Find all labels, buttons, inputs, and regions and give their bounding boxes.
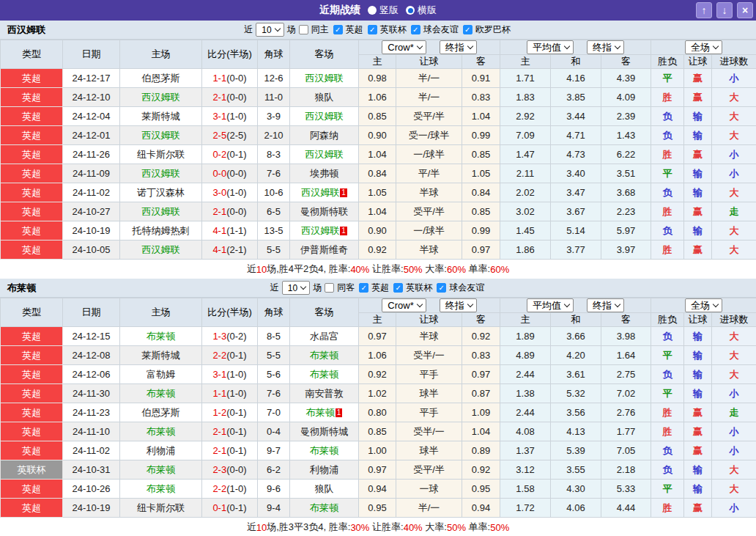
- bookmaker-select[interactable]: Crow*: [382, 298, 426, 312]
- home-cell: 西汉姆联: [120, 164, 202, 183]
- away-team-name[interactable]: 西汉姆联: [305, 149, 344, 160]
- asia-home-odds-cell: 0.97: [359, 327, 396, 346]
- score-cell: 1-1(0-0): [202, 69, 258, 88]
- home-team-name[interactable]: 诺丁汉森林: [137, 187, 185, 198]
- league-checkbox-2[interactable]: ✓: [411, 25, 420, 34]
- away-team-name[interactable]: 南安普敦: [305, 388, 344, 399]
- away-cell: 西汉姆联: [290, 69, 359, 88]
- move-down-button[interactable]: ↓: [716, 2, 733, 18]
- home-team-name[interactable]: 莱斯特城: [142, 350, 180, 361]
- asia-home-odds-cell: 0.85: [359, 422, 396, 441]
- asia-home-odds-cell: 1.00: [359, 441, 396, 460]
- away-team-name[interactable]: 曼彻斯特联: [300, 206, 348, 217]
- league-checkbox-2[interactable]: ✓: [437, 283, 446, 293]
- radio-horizontal[interactable]: 横版: [406, 4, 437, 17]
- sub-col-header: 客: [601, 313, 651, 327]
- away-team-name[interactable]: 西汉姆联: [301, 225, 339, 236]
- bookmaker-select[interactable]: Crow*: [382, 40, 426, 54]
- home-team-name[interactable]: 西汉姆联: [142, 130, 180, 141]
- summary-segment: 40%: [350, 264, 369, 275]
- home-team-name[interactable]: 西汉姆联: [142, 168, 180, 179]
- away-team-name[interactable]: 布莱顿: [306, 407, 335, 418]
- home-team-name[interactable]: 托特纳姆热刺: [133, 225, 190, 236]
- euro-odds-selects: 平均值终指: [500, 298, 651, 312]
- asia-away-odds-cell: 0.97: [462, 365, 500, 384]
- same-venue-checkbox[interactable]: [299, 25, 308, 34]
- halftime-score: (2-1): [226, 244, 246, 255]
- league-checkbox-3[interactable]: ✓: [463, 25, 472, 34]
- scope-select[interactable]: 全场: [685, 298, 722, 312]
- home-team-name[interactable]: 利物浦: [147, 445, 175, 456]
- away-team-name[interactable]: 埃弗顿: [310, 168, 338, 179]
- away-cell: 西汉姆联1: [290, 221, 359, 241]
- match-result-cell: 胜: [651, 202, 684, 221]
- home-team-name[interactable]: 布莱顿: [147, 331, 175, 342]
- away-team-name[interactable]: 曼彻斯特城: [300, 426, 348, 437]
- average-select[interactable]: 平均值: [527, 40, 574, 54]
- home-team-name[interactable]: 布莱顿: [147, 426, 175, 437]
- euro-away-odds-cell: 5.97: [601, 221, 651, 241]
- result-selects: 全场: [651, 298, 756, 312]
- away-team-name[interactable]: 利物浦: [310, 464, 338, 475]
- league-cell: 英超: [1, 126, 63, 145]
- home-team-name[interactable]: 伯恩茅斯: [142, 73, 180, 84]
- same-venue-label: 同客: [337, 282, 355, 294]
- close-button[interactable]: ×: [737, 2, 753, 18]
- away-team-name[interactable]: 狼队: [315, 92, 334, 103]
- away-team-name[interactable]: 布莱顿: [310, 369, 338, 380]
- same-venue-checkbox[interactable]: [325, 283, 334, 293]
- home-team-name[interactable]: 西汉姆联: [142, 206, 180, 217]
- recent-count-select[interactable]: 10: [282, 281, 310, 295]
- away-team-name[interactable]: 布莱顿: [310, 350, 338, 361]
- euro-draw-odds-cell: 5.14: [551, 221, 601, 241]
- asia-final-index-select[interactable]: 终指: [440, 298, 477, 312]
- league-checkbox-0[interactable]: ✓: [333, 25, 343, 34]
- asia-final-index-select[interactable]: 终指: [440, 40, 477, 54]
- fulltime-score: 2-1: [212, 92, 226, 103]
- asia-away-odds-cell: 1.04: [462, 422, 500, 441]
- home-team-name[interactable]: 西汉姆联: [142, 244, 180, 255]
- euro-final-index-select[interactable]: 终指: [587, 298, 624, 312]
- away-team-name[interactable]: 伊普斯维奇: [300, 244, 348, 255]
- league-checkbox-1[interactable]: ✓: [368, 25, 377, 34]
- results-table: 类型日期主场比分(半场)角球客场Crow*终指平均值终指全场主让球客主和客胜负让…: [0, 298, 756, 518]
- home-team-name[interactable]: 西汉姆联: [142, 92, 180, 103]
- away-team-name[interactable]: 布莱顿: [310, 502, 338, 513]
- home-team-name[interactable]: 富勒姆: [147, 369, 175, 380]
- date-cell: 24-10-19: [63, 499, 120, 518]
- home-team-name[interactable]: 伯恩茅斯: [142, 407, 180, 418]
- home-team-name[interactable]: 布莱顿: [147, 464, 175, 475]
- fulltime-score: 4-1: [212, 225, 226, 236]
- table-row: 英超24-11-10布莱顿2-1(0-1)0-4曼彻斯特城0.85受半/一1.0…: [1, 422, 756, 441]
- average-select[interactable]: 平均值: [527, 298, 574, 312]
- match-result-cell: 平: [651, 346, 684, 365]
- handicap-cell: 受半/一: [396, 422, 462, 441]
- home-team-name[interactable]: 莱斯特城: [142, 111, 180, 122]
- recent-label: 近: [270, 282, 279, 294]
- home-team-name[interactable]: 布莱顿: [147, 483, 175, 494]
- away-team-name[interactable]: 布莱顿: [310, 445, 338, 456]
- recent-count-select[interactable]: 10: [256, 23, 284, 37]
- home-team-name[interactable]: 布莱顿: [147, 388, 175, 399]
- halftime-score: (2-5): [226, 130, 246, 141]
- handicap-cell: 半/一: [396, 69, 462, 88]
- away-team-name[interactable]: 水晶宫: [310, 331, 338, 342]
- titlebar-buttons: ↑ ↓ ×: [696, 2, 753, 18]
- scope-select[interactable]: 全场: [685, 40, 722, 54]
- radio-vertical[interactable]: 竖版: [368, 4, 399, 17]
- move-up-button[interactable]: ↑: [696, 2, 712, 18]
- away-team-name[interactable]: 西汉姆联: [305, 73, 344, 84]
- away-team-name[interactable]: 西汉姆联: [301, 187, 339, 198]
- home-team-name[interactable]: 纽卡斯尔联: [137, 149, 185, 160]
- away-team-name[interactable]: 阿森纳: [310, 130, 338, 141]
- league-checkbox-1[interactable]: ✓: [393, 283, 403, 293]
- euro-final-index-select[interactable]: 终指: [587, 40, 624, 54]
- goals-result-cell: 小: [712, 69, 756, 88]
- away-team-name[interactable]: 西汉姆联: [305, 111, 344, 122]
- away-team-name[interactable]: 狼队: [315, 483, 334, 494]
- league-checkbox-0[interactable]: ✓: [359, 283, 368, 293]
- euro-away-odds-cell: 5.33: [601, 480, 651, 499]
- home-team-name[interactable]: 纽卡斯尔联: [137, 502, 185, 513]
- sub-col-header: 让球: [684, 55, 712, 69]
- average-select-value: 平均值: [533, 41, 561, 54]
